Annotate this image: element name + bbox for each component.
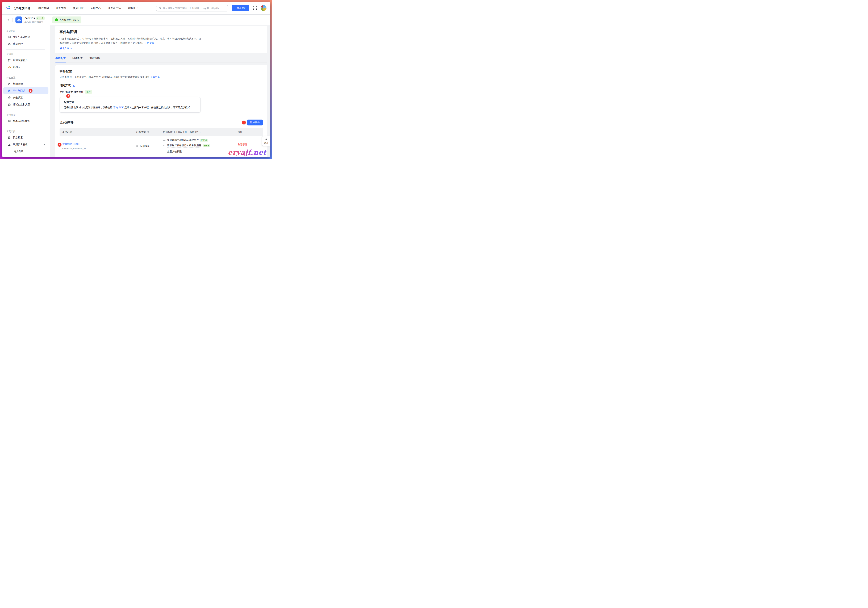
search-icon	[158, 7, 161, 10]
sidebar-item-label: 安全设置	[13, 96, 23, 99]
page-title: 事件与回调	[60, 30, 263, 34]
key-icon	[163, 144, 166, 147]
col-required-permissions: 所需权限（开通以下任一权限即可）	[160, 128, 235, 136]
lock-icon	[8, 82, 11, 85]
sidebar-item-add-capability[interactable]: 添加应用能力	[3, 57, 48, 64]
key-icon	[163, 139, 166, 142]
sidebar-item-quality-dashboard[interactable]: 应用质量看板	[3, 141, 48, 148]
event-name-cell: 4 接收消息 v2.0 im.message.receive_v1	[60, 136, 133, 153]
home-icon[interactable]	[6, 18, 10, 22]
tab-callback-config[interactable]: 回调配置	[72, 57, 83, 62]
sidebar-group-basic-info: 基础信息	[2, 28, 50, 34]
nav-item-docs[interactable]: 开发文档	[56, 6, 66, 10]
bookmark-plus-icon	[8, 89, 11, 92]
sidebar-item-label: 凭证与基础信息	[13, 36, 30, 39]
annotation-badge-3: 3	[242, 121, 246, 124]
sidebar-item-credentials[interactable]: 凭证与基础信息	[3, 34, 48, 40]
avatar[interactable]	[260, 5, 267, 11]
sidebar-item-label: 日志检索	[13, 136, 23, 139]
id-card-icon	[8, 36, 11, 39]
status-badge: 已启用	[36, 17, 45, 20]
sidebar-group-monitoring: 运营监控	[2, 129, 50, 134]
sidebar-item-user-feedback[interactable]: 用户反馈	[3, 148, 48, 155]
nav-item-app-center[interactable]: 应用中心	[90, 6, 101, 10]
permission-status-badge: 已开通	[203, 144, 210, 147]
browser-window: 飞书开放平台 客户案例 开发文档 更新日志 应用中心 开发者广场 智能助手 开发…	[2, 2, 270, 157]
subscription-type-value: 应用身份	[140, 145, 150, 148]
question-circle-icon[interactable]	[147, 131, 149, 133]
add-event-button[interactable]: 添加事件	[247, 119, 263, 125]
app-meta: ZenOps 已启用 正式应用@学无止境	[25, 17, 45, 23]
nav-item-assistant[interactable]: 智能助手	[128, 6, 138, 10]
robot-app-icon[interactable]	[16, 17, 22, 23]
config-method-text: 无需注册公网域名或配置加密策略，仅需使用 官方 SDK 启动长连接飞书客户端，并…	[64, 106, 196, 109]
feishu-logo-icon	[6, 6, 11, 11]
permission-text[interactable]: 读取用户发给机器人的单聊消息	[167, 144, 201, 147]
sidebar-item-permissions[interactable]: 权限管理	[3, 80, 48, 87]
developer-console-button[interactable]: 开发者后台	[232, 5, 249, 11]
expand-intro-link[interactable]: 展开介绍	[60, 47, 72, 50]
app-identity-icon	[136, 145, 139, 148]
chevron-down-icon	[70, 48, 72, 50]
permission-status-badge: 已开通	[200, 139, 208, 142]
sidebar-item-label: 添加应用能力	[13, 59, 28, 62]
divider	[12, 18, 13, 22]
sidebar-item-label: 机器人	[13, 66, 20, 69]
gradient-frame: 飞书开放平台 客户案例 开发文档 更新日志 应用中心 开发者广场 智能助手 开发…	[0, 0, 272, 159]
sidebar-item-members[interactable]: 成员管理	[3, 40, 48, 47]
learn-more-link[interactable]: 了解更多	[145, 42, 154, 44]
sidebar-item-label: 测试企业和人员	[13, 103, 30, 106]
chevron-up-icon[interactable]	[43, 144, 45, 145]
annotation-badge-1: 1	[29, 89, 33, 93]
event-name-link[interactable]: 接收消息	[62, 142, 72, 145]
app-subtitle: 正式应用@学无止境	[25, 20, 45, 23]
config-method-title: 配置方式	[64, 101, 196, 104]
platform-title: 飞书开放平台	[13, 6, 30, 10]
nav-item-changelog[interactable]: 更新日志	[73, 6, 84, 10]
watermark: eryajf.net	[228, 148, 267, 156]
edit-pencil-icon[interactable]	[72, 84, 75, 87]
long-connection-label: 长连接	[65, 90, 73, 94]
official-sdk-link[interactable]: 官方 SDK	[113, 106, 124, 109]
learn-more-link[interactable]: 了解更多	[150, 76, 160, 79]
nav-item-cases[interactable]: 客户案例	[38, 6, 49, 10]
divider	[6, 127, 45, 127]
permission-item: 接收群聊中@机器人消息事件 已开通	[163, 139, 235, 142]
log-search-icon	[8, 136, 11, 139]
sidebar-item-security[interactable]: 安全设置	[3, 94, 48, 101]
sidebar-item-test-company[interactable]: 测试企业和人员	[3, 101, 48, 108]
tab-encryption-strategy[interactable]: 加密策略	[89, 57, 100, 62]
app-grid-icon[interactable]	[253, 6, 257, 10]
subscription-type-cell: 应用身份	[133, 136, 160, 153]
sidebar-item-label: 版本管理与发布	[13, 119, 30, 123]
col-event-name: 事件名称	[60, 128, 133, 136]
view-more-permissions-link[interactable]: 查看其他权限	[167, 150, 184, 153]
sidebar-item-bot[interactable]: 机器人	[3, 64, 48, 71]
publish-icon	[8, 119, 11, 123]
page-intro-card: 事件与回调 订阅事件或回调后，飞书开放平台将会在事件（如机器人入群）发生时向请求…	[55, 26, 267, 53]
subscribe-method-line: 使用 长连接 接收事件 推荐	[60, 90, 263, 94]
feishu-logo[interactable]: 飞书开放平台	[6, 6, 30, 11]
grid-add-icon	[8, 59, 11, 62]
sidebar-item-log-search[interactable]: 日志检索	[3, 134, 48, 141]
expand-sidebar-panel[interactable]: 展开	[262, 136, 270, 146]
search-input[interactable]	[163, 7, 226, 9]
chevron-down-icon	[183, 151, 184, 153]
sidebar-item-version-release[interactable]: 版本管理与发布	[3, 118, 48, 125]
sidebar-item-events-callbacks[interactable]: 事件与回调 1	[3, 87, 48, 94]
sidebar-item-label: 事件与回调	[13, 89, 25, 92]
delete-event-link[interactable]: 删除事件	[238, 143, 247, 146]
permission-text[interactable]: 接收群聊中@机器人消息事件	[167, 139, 199, 142]
tab-event-config[interactable]: 事件配置	[55, 57, 66, 62]
global-search[interactable]	[156, 5, 228, 11]
sidebar-group-capabilities: 应用能力	[2, 52, 50, 57]
nav-item-dev-square[interactable]: 开发者广场	[108, 6, 121, 10]
sidebar-item-label: 权限管理	[13, 82, 23, 85]
sidebar: 基础信息 凭证与基础信息 成员管理 应用能力	[2, 25, 50, 157]
code-square-icon	[8, 103, 11, 106]
main-content: 事件与回调 订阅事件或回调后，飞书开放平台将会在事件（如机器人入群）发生时向请求…	[50, 25, 270, 157]
added-events-title: 已添加事件	[60, 121, 73, 124]
col-actions: 操作	[235, 128, 263, 136]
sidebar-item-label: 应用质量看板	[13, 143, 28, 146]
event-code: im.message.receive_v1	[62, 147, 133, 150]
